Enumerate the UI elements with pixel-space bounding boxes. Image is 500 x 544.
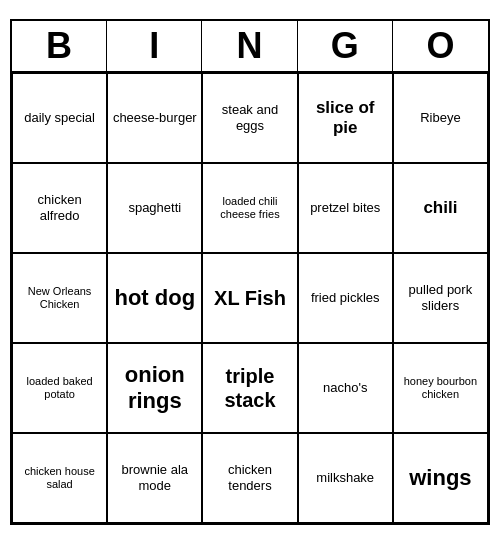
bingo-cell[interactable]: honey bourbon chicken	[393, 343, 488, 433]
bingo-cell[interactable]: loaded baked potato	[12, 343, 107, 433]
bingo-cell[interactable]: wings	[393, 433, 488, 523]
bingo-cell[interactable]: chili	[393, 163, 488, 253]
bingo-cell[interactable]: chicken alfredo	[12, 163, 107, 253]
header-letter: I	[107, 21, 202, 71]
bingo-cell[interactable]: fried pickles	[298, 253, 393, 343]
bingo-cell[interactable]: pulled pork sliders	[393, 253, 488, 343]
bingo-cell[interactable]: nacho's	[298, 343, 393, 433]
bingo-cell[interactable]: slice of pie	[298, 73, 393, 163]
header-letter: O	[393, 21, 488, 71]
bingo-cell[interactable]: pretzel bites	[298, 163, 393, 253]
bingo-cell[interactable]: onion rings	[107, 343, 202, 433]
bingo-cell[interactable]: daily special	[12, 73, 107, 163]
bingo-cell[interactable]: steak and eggs	[202, 73, 297, 163]
bingo-cell[interactable]: Ribeye	[393, 73, 488, 163]
bingo-card: BINGO daily specialcheese-burgersteak an…	[10, 19, 490, 525]
bingo-cell[interactable]: milkshake	[298, 433, 393, 523]
bingo-cell[interactable]: XL Fish	[202, 253, 297, 343]
bingo-cell[interactable]: brownie ala mode	[107, 433, 202, 523]
bingo-cell[interactable]: loaded chili cheese fries	[202, 163, 297, 253]
bingo-cell[interactable]: chicken house salad	[12, 433, 107, 523]
bingo-header: BINGO	[12, 21, 488, 73]
bingo-cell[interactable]: triple stack	[202, 343, 297, 433]
bingo-grid: daily specialcheese-burgersteak and eggs…	[12, 73, 488, 523]
header-letter: B	[12, 21, 107, 71]
bingo-cell[interactable]: spaghetti	[107, 163, 202, 253]
bingo-cell[interactable]: New Orleans Chicken	[12, 253, 107, 343]
header-letter: N	[202, 21, 297, 71]
bingo-cell[interactable]: hot dog	[107, 253, 202, 343]
header-letter: G	[298, 21, 393, 71]
bingo-cell[interactable]: chicken tenders	[202, 433, 297, 523]
bingo-cell[interactable]: cheese-burger	[107, 73, 202, 163]
